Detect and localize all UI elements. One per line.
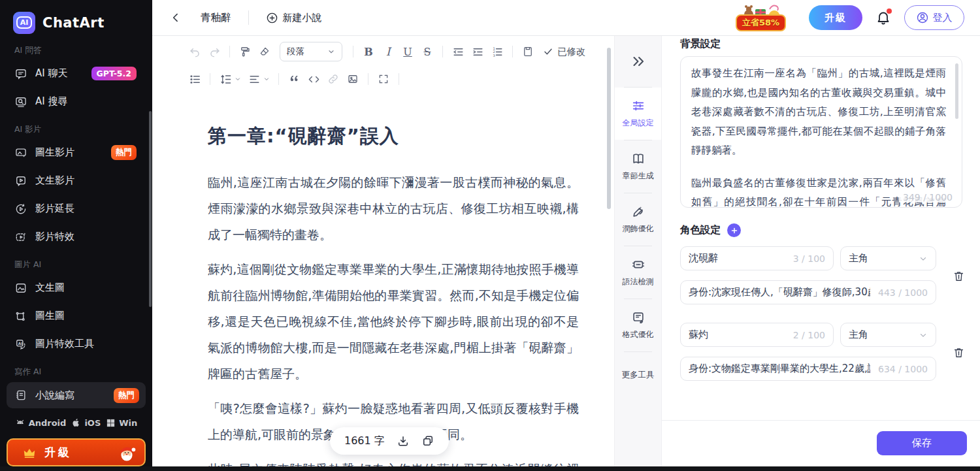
italic-button[interactable]: I [378, 42, 398, 61]
character-name: 沈硯辭 [689, 252, 785, 265]
check-icon [543, 46, 553, 57]
sidebar-item-image-to-video[interactable]: 圖生影片 熱門 [0, 138, 152, 167]
character-name-field[interactable]: 沈硯辭 3 / 100 [680, 246, 834, 270]
delete-character-button[interactable] [953, 346, 965, 361]
tab-grammar-check[interactable]: 語法檢測 [615, 246, 661, 299]
fullscreen-button[interactable] [374, 69, 393, 89]
notification-dot [887, 8, 892, 14]
windows-icon [106, 418, 116, 428]
chatart-app: AI ChatArt AI 問答 AI 聊天 GPT-5.2 AI 搜尋 AI … [0, 0, 980, 471]
editor: 段落 B I U S 123 已修改 [152, 36, 614, 466]
video-effects-icon [14, 231, 27, 244]
platforms-row: Android iOS Win [0, 415, 152, 430]
character-card: 蘇灼 2 / 100 主角 身份:文物鑑定專業剛畢業的大學生,22歲,認 634… [680, 323, 936, 381]
new-novel-button[interactable]: 新建小說 [266, 12, 322, 24]
document-icon [522, 46, 534, 57]
panel-footer-divider [662, 420, 980, 421]
character-role-select[interactable]: 主角 [840, 323, 936, 347]
sidebar-item-video-extend[interactable]: 影片延長 [0, 195, 152, 223]
redo-button[interactable] [204, 42, 224, 61]
topbar-actions: 立省58% 升級 登入 [734, 3, 964, 33]
sidebar-item-label: 圖生圖 [35, 310, 65, 322]
back-button[interactable] [169, 11, 182, 24]
word-count-pill: 1661 字 [330, 427, 449, 455]
sidebar-item-image-to-image[interactable]: 圖生圖 [0, 302, 152, 330]
background-settings-textarea[interactable]: 故事發生在江南一座名為「臨州」的古城,這裡既是煙雨朦朧的水鄉,也是國內知名的古董… [680, 56, 962, 208]
chatart-logo-icon: AI [13, 12, 35, 34]
apple-icon [71, 417, 81, 428]
character-settings-label: 角色設定 [680, 223, 721, 237]
sidebar-item-image-effects-tools[interactable]: AI 圖片特效工具 [0, 330, 152, 358]
sidebar-scrollbar[interactable] [149, 111, 152, 307]
line-height-button[interactable] [216, 69, 244, 89]
saved-status: 已修改 [543, 46, 586, 58]
svg-text:3: 3 [493, 53, 495, 57]
indent-decrease-button[interactable] [448, 42, 468, 61]
text-to-video-icon [14, 174, 27, 187]
character-identity: 身份:文物鑑定專業剛畢業的大學生,22歲,認 [689, 363, 870, 375]
indent-increase-button[interactable] [468, 42, 487, 61]
sidebar-item-ai-chat[interactable]: AI 聊天 GPT-5.2 [0, 59, 152, 88]
word-count: 1661 字 [344, 434, 385, 448]
format-doc-icon [631, 310, 645, 325]
ordered-list-button[interactable]: 123 [487, 42, 507, 61]
format-painter-button[interactable] [235, 42, 255, 61]
tab-global-settings[interactable]: 全局設定 [615, 88, 661, 140]
sidebar-item-label: 影片延長 [35, 203, 74, 215]
settings-panel: 背景設定 故事發生在江南一座名為「臨州」的古城,這裡既是煙雨朦朧的水鄉,也是國內… [661, 36, 980, 466]
format-painter-icon [239, 46, 251, 57]
topbar-divider [248, 10, 249, 25]
bold-button[interactable]: B [359, 42, 378, 61]
hot-badge: 熱門 [111, 145, 137, 160]
platform-android[interactable]: Android [15, 417, 67, 428]
tab-format-optimize[interactable]: 格式優化 [615, 299, 661, 351]
platform-win[interactable]: Win [106, 418, 137, 428]
add-character-button[interactable] [727, 223, 741, 237]
character-identity-field[interactable]: 身份:沈家現任傳人,「硯辭齋」修復師,30歲 443 / 1000 [680, 280, 936, 304]
chapter-heading: 第一章:“硯辭齋”誤入 [208, 123, 579, 150]
task-list-icon [189, 73, 201, 86]
download-icon[interactable] [397, 434, 410, 447]
task-list-button[interactable] [185, 69, 204, 89]
logo[interactable]: AI ChatArt [0, 0, 152, 37]
name-char-count: 3 / 100 [791, 253, 825, 264]
insert-image-button[interactable] [343, 69, 363, 89]
save-button[interactable]: 保存 [877, 431, 967, 455]
character-identity-field[interactable]: 身份:文物鑑定專業剛畢業的大學生,22歲,認 634 / 1000 [680, 357, 936, 381]
text-align-button[interactable] [244, 69, 273, 89]
sidebar-upgrade-button[interactable]: 升級 [7, 438, 146, 466]
code-button[interactable] [304, 69, 323, 89]
sidebar-item-ai-search[interactable]: AI 搜尋 [0, 88, 152, 116]
sidebar-item-label: AI 搜尋 [35, 95, 67, 108]
character-name-field[interactable]: 蘇灼 2 / 100 [680, 323, 834, 347]
save-document-button[interactable] [518, 42, 538, 61]
editor-scrollbar[interactable] [607, 48, 611, 209]
editor-body[interactable]: 第一章:“硯辭齋”誤入 臨州,這座江南古城在夕陽的餘暉下瀰漫著一股古樸而神秘的氣… [152, 99, 605, 466]
platform-ios[interactable]: iOS [71, 417, 101, 428]
paragraph-style-select[interactable]: 段落 [280, 42, 342, 61]
tab-polish-optimize[interactable]: 潤飾優化 [615, 193, 661, 246]
character-role-select[interactable]: 主角 [840, 246, 936, 270]
link-button[interactable] [323, 69, 343, 89]
copy-icon[interactable] [421, 434, 434, 447]
undo-button[interactable] [185, 42, 204, 61]
sidebar-item-text-to-video[interactable]: 文生影片 [0, 167, 152, 195]
delete-character-button[interactable] [953, 270, 965, 285]
login-button[interactable]: 登入 [904, 5, 964, 30]
blockquote-button[interactable] [284, 69, 304, 89]
textarea-scrollbar[interactable] [955, 63, 958, 119]
clear-format-button[interactable] [255, 42, 274, 61]
more-tools-button[interactable]: 更多工具 [615, 352, 661, 398]
upgrade-button[interactable]: 升級 [809, 5, 862, 30]
promo-discount-badge[interactable]: 立省58% [734, 3, 796, 33]
strikethrough-button[interactable]: S [417, 42, 437, 61]
underline-button[interactable]: U [398, 42, 417, 61]
collapse-panel-button[interactable] [615, 36, 661, 87]
sidebar-item-text-to-image[interactable]: 文生圖 [0, 274, 152, 302]
sidebar-item-novel-writing[interactable]: 小說編寫 熱門 [7, 382, 146, 408]
tab-chapter-generation[interactable]: 章節生成 [615, 140, 661, 193]
sidebar-item-video-effects[interactable]: 影片特效 [0, 223, 152, 251]
sidebar-item-label: AI 聊天 [35, 67, 67, 80]
notifications-button[interactable] [875, 10, 891, 25]
add-block-button[interactable]: + [179, 462, 188, 466]
